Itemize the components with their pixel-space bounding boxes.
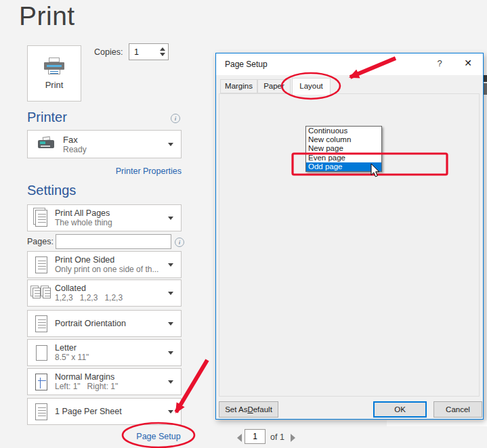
- print-all-pages-icon: [28, 210, 55, 227]
- print-button[interactable]: Print: [27, 45, 81, 102]
- previous-page-icon[interactable]: [237, 434, 242, 442]
- option-new-column[interactable]: New column: [306, 135, 381, 144]
- pages-input[interactable]: [56, 234, 171, 249]
- document-preview-edge: [387, 420, 487, 426]
- chevron-down-icon: [168, 322, 173, 326]
- chevron-down-icon: [168, 292, 173, 295]
- printer-heading: Printer: [27, 110, 67, 125]
- pages-info-icon[interactable]: [175, 238, 184, 247]
- option-odd-page[interactable]: Odd page: [306, 162, 381, 171]
- chevron-down-icon: [168, 143, 173, 146]
- page-setup-link[interactable]: Page Setup: [136, 432, 180, 441]
- print-button-label: Print: [45, 80, 64, 90]
- chevron-down-icon: [168, 380, 173, 384]
- page-count-label: of 1: [270, 432, 284, 442]
- printer-info-icon[interactable]: [171, 114, 180, 123]
- copies-stepper[interactable]: 1: [129, 43, 169, 60]
- printer-icon: [43, 58, 65, 75]
- settings-heading: Settings: [27, 183, 76, 198]
- margins-dropdown[interactable]: Normal Margins Left: 1" Right: 1": [27, 368, 182, 395]
- pages-per-sheet-dropdown[interactable]: 1 Page Per Sheet: [27, 398, 182, 425]
- page-setup-dialog: Page Setup ? ✕ Margins Paper Layout Sect…: [215, 53, 484, 420]
- chevron-down-icon: [168, 263, 173, 267]
- setting-subtitle: 8.5" x 11": [55, 353, 168, 362]
- printer-name: Fax: [63, 135, 168, 145]
- setting-title: Print All Pages: [55, 208, 168, 218]
- scrollbar-thumb[interactable]: [484, 75, 487, 82]
- page-number-input[interactable]: [245, 429, 266, 444]
- setting-title: Portrait Orientation: [55, 319, 168, 328]
- scrollbar-thumb[interactable]: [484, 83, 487, 95]
- one-sided-icon: [28, 256, 55, 273]
- chevron-down-icon: [168, 410, 173, 413]
- margins-icon: [28, 374, 55, 390]
- help-icon[interactable]: ?: [434, 58, 445, 68]
- page-per-sheet-icon: [28, 403, 55, 420]
- ok-button[interactable]: OK: [373, 401, 427, 418]
- setting-title: Letter: [55, 343, 168, 353]
- decrement-icon[interactable]: [160, 53, 165, 56]
- setting-title: Normal Margins: [55, 372, 168, 382]
- increment-icon[interactable]: [160, 47, 165, 51]
- setting-title: Collated: [55, 284, 168, 293]
- tab-margins[interactable]: Margins: [220, 79, 257, 93]
- backstage-print-page: { "backstage": { "title": "Print", "prin…: [0, 0, 487, 448]
- option-continuous[interactable]: Continuous: [306, 127, 381, 135]
- section-start-listbox[interactable]: Continuous New column New page Even page…: [305, 126, 382, 172]
- print-sides-dropdown[interactable]: Print One Sided Only print on one side o…: [27, 251, 182, 278]
- setting-subtitle: The whole thing: [55, 218, 168, 227]
- collation-dropdown[interactable]: Collated 1,2,3 1,2,3 1,2,3: [27, 279, 182, 307]
- tab-paper[interactable]: Paper: [257, 79, 291, 93]
- copies-label: Copies:: [94, 47, 123, 57]
- printer-dropdown[interactable]: Fax Ready: [27, 130, 182, 158]
- next-page-icon[interactable]: [291, 434, 295, 442]
- chevron-down-icon: [168, 351, 173, 355]
- setting-subtitle: Only print on one side of th...: [55, 265, 168, 274]
- letter-page-icon: [28, 345, 55, 361]
- pages-label: Pages:: [27, 237, 54, 246]
- collated-icon: [28, 288, 55, 298]
- setting-subtitle: 1,2,3 1,2,3 1,2,3: [55, 293, 168, 303]
- setting-subtitle: Left: 1" Right: 1": [55, 382, 168, 391]
- option-new-page[interactable]: New page: [306, 144, 381, 153]
- option-even-page[interactable]: Even page: [306, 154, 381, 162]
- cancel-button[interactable]: Cancel: [433, 401, 482, 418]
- setting-title: 1 Page Per Sheet: [55, 407, 168, 416]
- chevron-down-icon: [168, 217, 173, 220]
- portrait-icon: [28, 315, 55, 332]
- orientation-dropdown[interactable]: Portrait Orientation: [27, 310, 182, 337]
- tab-layout[interactable]: Layout: [292, 78, 331, 95]
- copies-value: 1: [129, 47, 157, 57]
- fax-printer-icon: [37, 137, 57, 152]
- close-icon[interactable]: ✕: [462, 58, 474, 68]
- dialog-title: Page Setup: [225, 60, 268, 69]
- print-range-dropdown[interactable]: Print All Pages The whole thing: [27, 204, 182, 231]
- set-as-default-button[interactable]: Set As Default: [219, 401, 278, 418]
- page-title: Print: [19, 1, 75, 31]
- printer-status: Ready: [63, 145, 168, 154]
- printer-properties-link[interactable]: Printer Properties: [116, 166, 182, 176]
- paper-size-dropdown[interactable]: Letter 8.5" x 11": [27, 339, 182, 366]
- setting-title: Print One Sided: [55, 255, 168, 265]
